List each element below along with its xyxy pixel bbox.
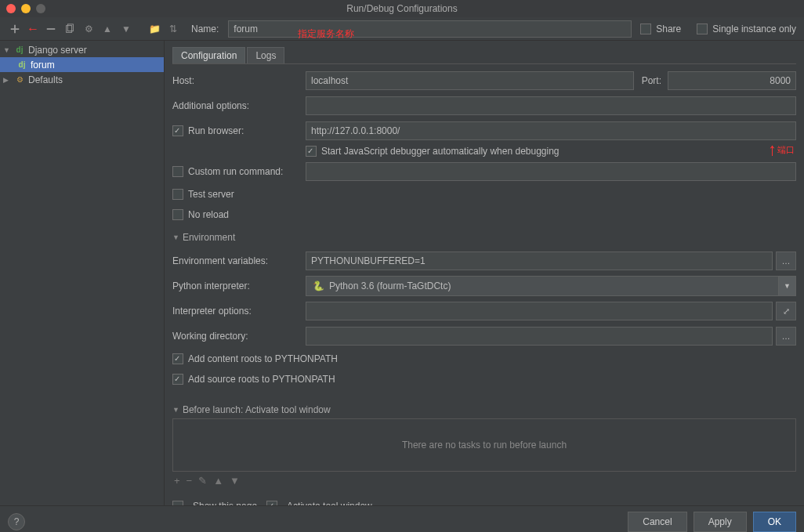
remove-config-icon[interactable] (44, 22, 58, 36)
footer: ? Cancel Apply OK (0, 505, 804, 532)
ok-button[interactable]: OK (753, 512, 796, 532)
port-input[interactable] (668, 71, 796, 90)
no-tasks-label: There are no tasks to run before launch (402, 440, 567, 451)
close-icon[interactable] (6, 4, 16, 13)
titlebar: Run/Debug Configurations (0, 0, 804, 17)
host-label: Host: (172, 75, 306, 86)
tab-logs[interactable]: Logs (247, 47, 284, 63)
python-icon: 🐍 (313, 280, 324, 291)
apply-button[interactable]: Apply (694, 512, 747, 532)
start-js-debugger-checkbox[interactable] (306, 146, 317, 157)
tabs: Configuration Logs (172, 47, 796, 64)
additional-options-input[interactable] (306, 96, 796, 115)
sort-icon[interactable]: ⇅ (166, 22, 180, 36)
add-source-roots-checkbox[interactable] (172, 374, 183, 385)
add-content-roots-checkbox[interactable] (172, 353, 183, 364)
working-directory-label: Working directory: (172, 331, 306, 342)
host-input[interactable] (306, 71, 634, 90)
tree-node-forum[interactable]: dj forum (0, 57, 164, 72)
tree-node-defaults[interactable]: ▶ ⚙ Defaults (0, 72, 164, 87)
toolbar: ← ⚙ ▲ ▼ 📁 ⇅ Name: 指定服务名称 Share Single in… (0, 17, 804, 41)
working-directory-browse-button[interactable]: … (776, 327, 796, 346)
show-this-page-checkbox[interactable] (172, 501, 183, 505)
no-reload-label: No reload (172, 209, 306, 220)
run-browser-input[interactable] (306, 121, 796, 140)
add-content-roots-label: Add content roots to PYTHONPATH (172, 353, 344, 364)
before-launch-toolbar: + − ✎ ▲ ▼ (172, 472, 796, 490)
django-icon: dj (16, 60, 28, 69)
window-title: Run/Debug Configurations (6, 3, 798, 14)
interpreter-options-input[interactable] (306, 302, 773, 320)
settings-icon[interactable]: ⚙ (81, 22, 96, 36)
show-this-page-label: Show this page (193, 501, 257, 505)
run-browser-checkbox[interactable] (172, 125, 183, 136)
tree-label: Django server (28, 45, 87, 56)
additional-options-label: Additional options: (172, 100, 306, 111)
annotation-name-hint: 指定服务名称 (298, 27, 354, 41)
move-up-icon[interactable]: ▲ (100, 22, 114, 36)
expand-button[interactable]: ⤢ (776, 302, 796, 320)
chevron-down-icon: ▼ (778, 277, 795, 295)
move-task-up-icon[interactable]: ▲ (213, 475, 223, 487)
environment-section-header[interactable]: ▼ Environment (172, 232, 796, 243)
share-checkbox[interactable] (640, 24, 651, 34)
test-server-label: Test server (172, 189, 306, 200)
copy-config-icon[interactable] (63, 22, 77, 36)
tree-label: Defaults (28, 74, 63, 85)
add-task-icon[interactable]: + (174, 475, 180, 487)
django-icon: dj (13, 45, 26, 54)
share-label: Share (656, 24, 681, 34)
before-launch-list: There are no tasks to run before launch (172, 418, 796, 472)
before-launch-section-header[interactable]: ▼ Before launch: Activate tool window (172, 404, 796, 415)
add-source-roots-label: Add source roots to PYTHONPATH (172, 374, 342, 385)
chevron-down-icon: ▼ (3, 46, 11, 54)
custom-run-command-checkbox[interactable] (172, 166, 183, 177)
tree-node-django-server[interactable]: ▼ dj Django server (0, 42, 164, 57)
run-browser-label: Run browser: (172, 125, 306, 136)
main-panel: Configuration Logs Host: Port: Additiona… (165, 41, 804, 505)
annotation-port-hint: 端口 (777, 144, 795, 156)
chevron-right-icon: ▶ (3, 76, 11, 84)
window-controls (6, 4, 45, 13)
chevron-down-icon: ▼ (172, 233, 179, 241)
maximize-icon (36, 4, 45, 13)
remove-task-icon[interactable]: − (187, 475, 193, 487)
tree-label: forum (31, 60, 55, 71)
env-vars-label: Environment variables: (172, 255, 306, 266)
activate-tool-window-checkbox[interactable] (266, 501, 277, 505)
annotation-arrow-add: ← (27, 22, 39, 36)
custom-run-command-input[interactable] (306, 162, 796, 181)
env-vars-browse-button[interactable]: … (776, 252, 796, 270)
add-config-icon[interactable] (8, 22, 22, 36)
env-vars-input[interactable] (306, 252, 773, 270)
help-button[interactable]: ? (8, 513, 25, 530)
activate-tool-window-label: Activate tool window (287, 501, 372, 505)
port-label: Port: (642, 75, 661, 86)
gear-icon: ⚙ (13, 75, 26, 84)
python-interpreter-label: Python interpreter: (172, 280, 306, 291)
interpreter-options-label: Interpreter options: (172, 306, 306, 317)
move-task-down-icon[interactable]: ▼ (230, 475, 240, 487)
tab-configuration[interactable]: Configuration (172, 47, 245, 63)
name-input[interactable] (228, 20, 632, 38)
annotation-arrow-port: ↑ (768, 139, 777, 160)
folder-icon[interactable]: 📁 (147, 22, 161, 36)
minimize-icon[interactable] (21, 4, 31, 13)
edit-task-icon[interactable]: ✎ (198, 475, 207, 487)
python-interpreter-dropdown[interactable]: 🐍 Python 3.6 (fourm-TaGtDCtc) ▼ (306, 276, 796, 296)
config-tree: ▼ dj Django server dj forum ▶ ⚙ Defaults (0, 41, 165, 505)
cancel-button[interactable]: Cancel (628, 512, 686, 532)
chevron-down-icon: ▼ (172, 406, 179, 414)
move-down-icon[interactable]: ▼ (119, 22, 133, 36)
single-instance-label: Single instance only (712, 24, 796, 34)
working-directory-input[interactable] (306, 327, 773, 346)
custom-run-command-label: Custom run command: (172, 166, 306, 177)
name-label: Name: (191, 24, 219, 34)
test-server-checkbox[interactable] (172, 189, 183, 200)
no-reload-checkbox[interactable] (172, 209, 183, 220)
single-instance-checkbox[interactable] (697, 24, 708, 34)
start-js-debugger-label: Start JavaScript debugger automatically … (321, 146, 560, 157)
